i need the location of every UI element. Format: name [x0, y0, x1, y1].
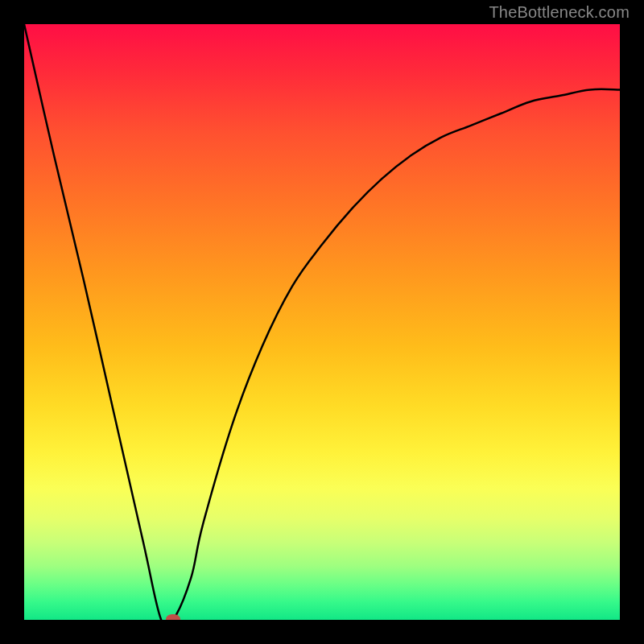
attribution-label: TheBottleneck.com [489, 3, 630, 22]
chart-frame: TheBottleneck.com [0, 0, 644, 644]
minimum-marker [166, 614, 180, 620]
bottleneck-curve [24, 24, 620, 620]
plot-area [24, 24, 620, 620]
